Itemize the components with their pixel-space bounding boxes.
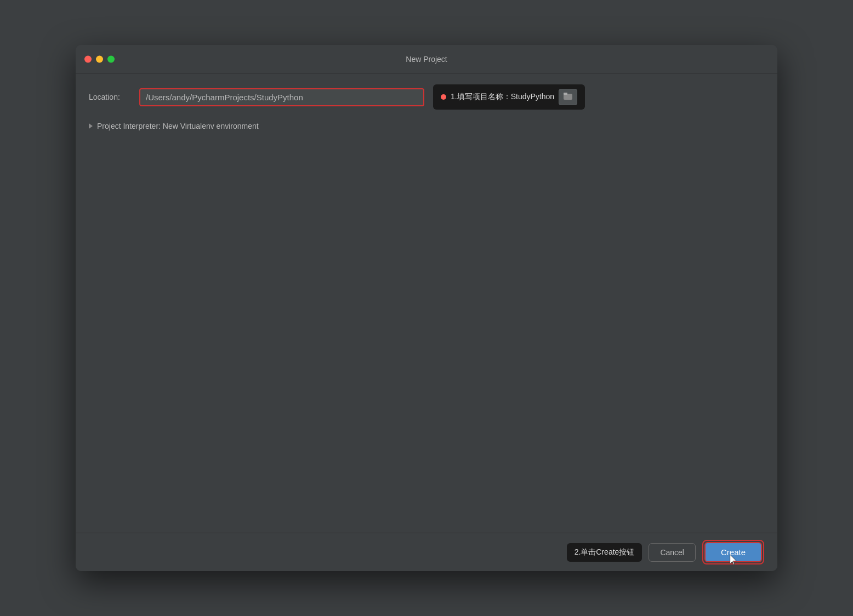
location-label: Location:	[89, 93, 133, 101]
content-spacer	[89, 142, 764, 522]
content-area: Location: 1.填写项目名称：StudyPython Project I…	[76, 73, 777, 533]
tooltip-project-name: 1.填写项目名称：StudyPython	[433, 84, 585, 110]
expand-triangle-icon[interactable]	[89, 123, 93, 129]
tooltip-1-text: 1.填写项目名称：StudyPython	[451, 92, 554, 102]
interpreter-label: Project Interpreter: New Virtualenv envi…	[97, 122, 259, 130]
tooltip-create: 2.单击Create按钮	[567, 543, 642, 562]
maximize-button[interactable]	[107, 55, 115, 62]
traffic-lights	[84, 55, 115, 62]
location-row: Location: 1.填写项目名称：StudyPython	[89, 84, 764, 110]
location-input[interactable]	[139, 88, 424, 106]
bottom-bar: 2.单击Create按钮 Cancel Create	[76, 533, 777, 571]
tooltip-dot	[441, 94, 446, 100]
titlebar: New Project	[76, 45, 777, 73]
cancel-button[interactable]: Cancel	[649, 543, 696, 562]
cursor-icon	[729, 555, 740, 566]
new-project-window: New Project Location: 1.填写项目名称：StudyPyth…	[76, 45, 777, 571]
minimize-button[interactable]	[96, 55, 103, 62]
svg-rect-1	[564, 93, 567, 95]
location-input-wrapper	[139, 88, 424, 106]
folder-browse-button[interactable]	[559, 89, 577, 105]
interpreter-row: Project Interpreter: New Virtualenv envi…	[89, 119, 764, 133]
close-button[interactable]	[84, 55, 92, 62]
tooltip-2-text: 2.单击Create按钮	[575, 547, 635, 556]
svg-marker-2	[730, 555, 737, 564]
window-title: New Project	[406, 55, 447, 64]
